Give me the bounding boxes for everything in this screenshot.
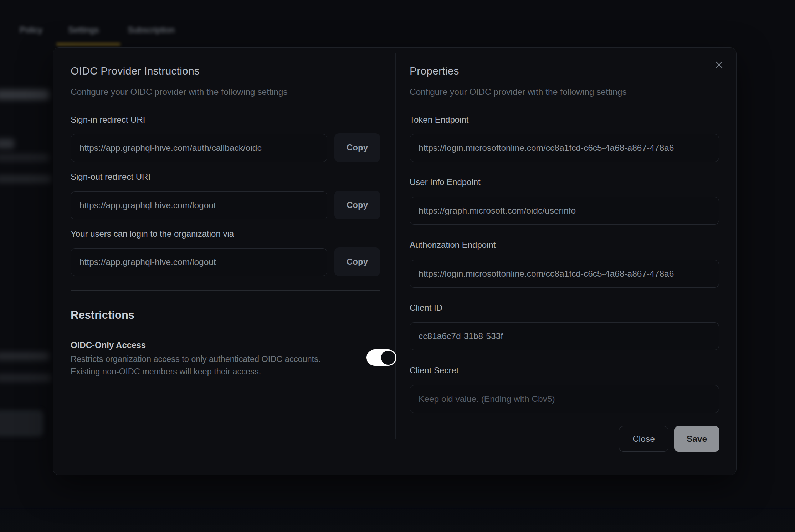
token-endpoint-label: Token Endpoint [410,115,468,125]
sign-in-redirect-uri-label: Sign-in redirect URI [71,115,145,125]
page-footer-band [0,506,795,532]
login-via-label: Your users can login to the organization… [71,229,234,239]
instructions-title: OIDC Provider Instructions [71,65,200,77]
background-blur-text [0,90,49,100]
description-line: Existing non-OIDC members will keep thei… [71,365,320,378]
properties-subtitle: Configure your OIDC provider with the fo… [410,87,627,97]
user-info-endpoint-label: User Info Endpoint [410,177,481,187]
oidc-only-access-label: OIDC-Only Access [71,340,146,350]
restrictions-divider [71,290,380,291]
properties-section: Properties Configure your OIDC provider … [410,48,719,475]
background-blur-button [0,410,43,436]
properties-title: Properties [410,65,459,77]
authorization-endpoint-label: Authorization Endpoint [410,240,496,250]
page-footer-divider [0,508,795,509]
sign-in-redirect-uri-input[interactable] [71,134,327,162]
tab-settings[interactable]: Settings [68,25,99,35]
background-blur-text [0,154,49,161]
client-secret-label: Client Secret [410,365,458,375]
copy-button[interactable]: Copy [334,191,380,219]
active-tab-underline [56,43,120,45]
background-blur-text [0,352,49,360]
copy-button[interactable]: Copy [334,247,380,276]
page: Policy Settings Subscription OIDC Provid… [0,0,795,532]
authorization-endpoint-input[interactable] [410,260,719,288]
modal-footer: Close Save [410,426,719,452]
copy-button[interactable]: Copy [334,133,380,162]
oidc-only-toggle[interactable] [366,349,396,366]
client-id-input[interactable] [410,322,719,350]
column-divider [395,53,396,439]
token-endpoint-input[interactable] [410,134,719,162]
background-blur-text [0,139,14,148]
login-via-input[interactable] [71,248,327,276]
oidc-only-access-description: Restricts organization access to only au… [71,353,320,378]
oidc-settings-modal: OIDC Provider Instructions Configure you… [53,47,737,475]
sign-out-redirect-uri-input[interactable] [71,191,327,219]
background-blur-text [0,374,51,382]
tab-subscription[interactable]: Subscription [128,25,175,35]
client-id-label: Client ID [410,303,442,313]
sign-out-redirect-uri-label: Sign-out redirect URI [71,172,150,182]
restrictions-title: Restrictions [71,309,134,322]
user-info-endpoint-input[interactable] [410,197,719,225]
toggle-knob [381,351,395,365]
description-line: Restricts organization access to only au… [71,353,320,365]
close-button[interactable]: Close [619,426,668,452]
client-secret-input[interactable] [410,385,719,413]
save-button[interactable]: Save [674,426,719,452]
instructions-subtitle: Configure your OIDC provider with the fo… [71,87,288,97]
background-blur-text [0,175,51,183]
tab-policy[interactable]: Policy [20,25,42,35]
instructions-section: OIDC Provider Instructions Configure you… [71,48,380,475]
